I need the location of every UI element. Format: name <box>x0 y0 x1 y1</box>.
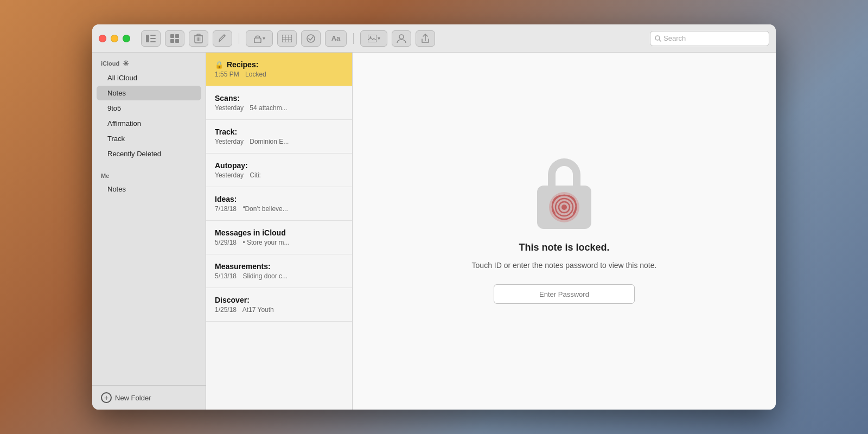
search-placeholder: Search <box>663 34 686 42</box>
table-button[interactable] <box>277 30 297 47</box>
sidebar-item-recently-deleted[interactable]: Recently Deleted <box>97 146 201 161</box>
note-item-recipes[interactable]: 🔒 Recipes: 1:55 PM Locked <box>206 53 352 86</box>
sidebar-item-all-icloud[interactable]: All iCloud <box>97 71 201 85</box>
notes-list: 🔒 Recipes: 1:55 PM Locked Scans: Yesterd… <box>206 53 353 410</box>
search-bar[interactable]: Search <box>650 31 769 46</box>
icloud-spinner: ✳ <box>123 59 129 68</box>
detail-pane: This note is locked. Touch ID or enter t… <box>353 53 776 410</box>
lock-icon-recipes: 🔒 <box>215 61 224 69</box>
note-item-track[interactable]: Track: Yesterday Dominion E... <box>206 120 352 154</box>
people-button[interactable] <box>392 30 411 47</box>
note-item-scans[interactable]: Scans: Yesterday 54 attachm... <box>206 86 352 120</box>
note-item-ideas[interactable]: Ideas: 7/18/18 “Don’t believe... <box>206 187 352 221</box>
note-item-discover[interactable]: Discover: 1/25/18 At17 Youth <box>206 288 352 322</box>
sidebar-item-affirmation[interactable]: Affirmation <box>97 116 201 131</box>
svg-rect-3 <box>150 41 156 42</box>
search-icon <box>655 35 661 42</box>
svg-point-25 <box>655 36 660 40</box>
note-item-measurements[interactable]: Measurements: 5/13/18 Sliding door c... <box>206 254 352 288</box>
close-button[interactable] <box>99 35 106 42</box>
sidebar: iCloud ✳ All iCloud Notes 9to5 Affirmati… <box>92 53 206 410</box>
fingerprint-graphic <box>548 192 580 223</box>
note-item-autopay[interactable]: Autopay: Yesterday Citi: <box>206 154 352 187</box>
toolbar-divider-1 <box>239 33 239 44</box>
svg-rect-5 <box>175 34 179 38</box>
icloud-label: iCloud <box>101 60 119 67</box>
svg-rect-1 <box>150 35 156 36</box>
new-folder-icon: + <box>101 392 112 403</box>
svg-rect-15 <box>254 38 261 43</box>
svg-rect-10 <box>197 34 200 36</box>
svg-rect-22 <box>368 35 376 42</box>
svg-point-21 <box>307 35 315 42</box>
svg-point-24 <box>399 35 404 39</box>
svg-rect-0 <box>146 35 149 42</box>
grid-view-button[interactable] <box>165 30 184 47</box>
svg-rect-16 <box>282 35 292 42</box>
fullscreen-button[interactable] <box>123 35 130 42</box>
password-input[interactable] <box>494 284 635 304</box>
format-button[interactable]: Aa <box>325 30 347 47</box>
new-folder-button[interactable]: + New Folder <box>92 385 206 410</box>
svg-rect-2 <box>150 38 156 39</box>
svg-rect-6 <box>170 39 174 43</box>
svg-point-31 <box>561 205 567 210</box>
checklist-button[interactable] <box>301 30 321 47</box>
lock-button[interactable]: ▾ <box>246 30 273 47</box>
minimize-button[interactable] <box>111 35 118 42</box>
svg-line-26 <box>660 40 661 41</box>
sidebar-item-track[interactable]: Track <box>97 131 201 146</box>
svg-rect-4 <box>170 34 174 38</box>
icloud-section: iCloud ✳ All iCloud Notes 9to5 Affirmati… <box>92 53 206 166</box>
note-item-messages-icloud[interactable]: Messages in iCloud 5/29/18 • Store your … <box>206 221 352 254</box>
locked-note-subtitle: Touch ID or enter the notes password to … <box>472 260 657 271</box>
sidebar-item-notes[interactable]: Notes <box>97 86 201 100</box>
lock-shackle <box>548 158 580 186</box>
sidebar-toggle-button[interactable] <box>141 30 161 47</box>
icloud-header: iCloud ✳ <box>92 57 206 70</box>
sidebar-item-9to5[interactable]: 9to5 <box>97 101 201 116</box>
main-content: iCloud ✳ All iCloud Notes 9to5 Affirmati… <box>92 53 776 410</box>
traffic-lights <box>99 35 130 42</box>
svg-line-14 <box>224 35 225 36</box>
app-window: ▾ Aa ▾ <box>92 24 776 410</box>
share-button[interactable] <box>416 30 435 47</box>
lock-graphic <box>532 158 597 229</box>
svg-rect-7 <box>175 39 179 43</box>
compose-button[interactable] <box>213 30 232 47</box>
locked-note-title: This note is locked. <box>519 242 609 253</box>
lock-body <box>537 186 591 229</box>
titlebar: ▾ Aa ▾ <box>92 24 776 53</box>
toolbar-divider-2 <box>353 33 354 44</box>
me-section: Me Notes <box>92 166 206 201</box>
media-button[interactable]: ▾ <box>360 30 387 47</box>
sidebar-item-me-notes[interactable]: Notes <box>97 182 201 196</box>
format-label: Aa <box>331 34 341 42</box>
delete-button[interactable] <box>189 30 208 47</box>
me-header: Me <box>92 170 206 181</box>
